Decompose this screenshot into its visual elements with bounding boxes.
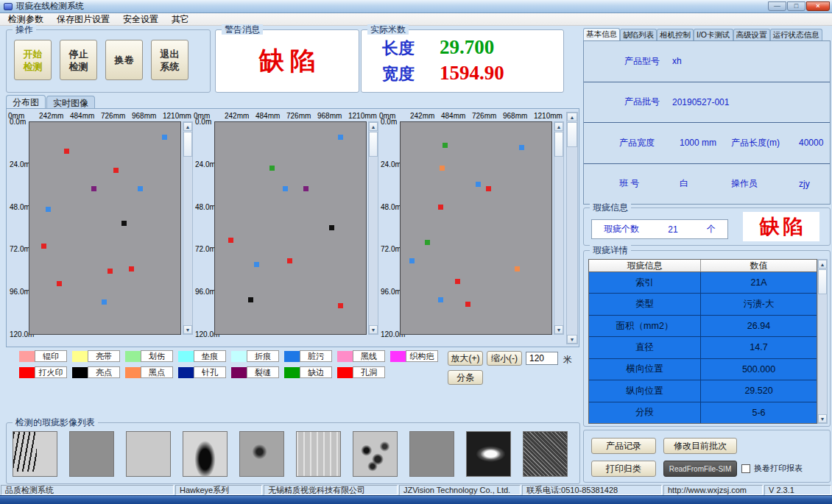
checkbox-icon[interactable] bbox=[741, 464, 750, 473]
defect-point[interactable] bbox=[107, 269, 113, 274]
defect-point[interactable] bbox=[121, 221, 127, 226]
defect-point[interactable] bbox=[438, 297, 443, 302]
defect-thumbnail[interactable] bbox=[409, 431, 454, 477]
defect-point[interactable] bbox=[409, 258, 415, 263]
operation-button[interactable]: 退出系统 bbox=[151, 40, 188, 80]
operation-button[interactable]: 换卷 bbox=[105, 40, 143, 80]
operation-button[interactable]: 停止检测 bbox=[60, 40, 97, 80]
table-row[interactable]: 面积（mm2）26.94 bbox=[589, 316, 817, 337]
scroll-down-arrow[interactable]: ▼ bbox=[567, 335, 577, 344]
scroll-thumb[interactable] bbox=[554, 132, 563, 157]
defect-point[interactable] bbox=[269, 166, 275, 171]
defect-point[interactable] bbox=[41, 244, 46, 249]
defect-point[interactable] bbox=[515, 266, 520, 271]
defect-point[interactable] bbox=[46, 207, 51, 212]
defect-thumbnail[interactable] bbox=[239, 431, 284, 477]
maximize-button[interactable]: □ bbox=[787, 1, 805, 11]
defect-point[interactable] bbox=[338, 303, 343, 308]
defect-point[interactable] bbox=[287, 258, 292, 263]
table-row[interactable]: 直径14.7 bbox=[589, 337, 817, 358]
defect-point[interactable] bbox=[254, 262, 259, 267]
defect-point[interactable] bbox=[283, 186, 288, 191]
menu-item[interactable]: 安全设置 bbox=[116, 13, 165, 26]
defect-thumbnail[interactable] bbox=[353, 431, 398, 477]
action-button[interactable]: ReadFromFile-SIM bbox=[663, 461, 737, 477]
defect-thumbnail[interactable] bbox=[13, 431, 57, 477]
defect-point[interactable] bbox=[64, 149, 69, 154]
defect-point[interactable] bbox=[303, 186, 309, 191]
defect-point[interactable] bbox=[476, 182, 481, 187]
scroll-thumb[interactable] bbox=[567, 122, 577, 147]
title-bar[interactable]: 瑕疵在线检测系统 — □ × bbox=[0, 0, 832, 13]
defect-point[interactable] bbox=[519, 145, 524, 150]
windows-taskbar[interactable] bbox=[0, 495, 832, 504]
print-report-on-roll-change-option[interactable]: 换卷打印报表 bbox=[741, 463, 803, 474]
action-button[interactable]: 修改目前批次 bbox=[663, 438, 737, 454]
defect-point[interactable] bbox=[129, 266, 134, 271]
defect-thumbnail[interactable] bbox=[296, 431, 341, 477]
defect-point[interactable] bbox=[455, 279, 460, 284]
right-tab[interactable]: 相机控制 bbox=[657, 29, 694, 40]
scroll-up-arrow[interactable]: ▲ bbox=[183, 122, 192, 131]
right-tab[interactable]: 基本信息 bbox=[583, 28, 620, 40]
zoom-in-button[interactable]: 放大(+) bbox=[448, 351, 483, 366]
defect-point[interactable] bbox=[486, 186, 491, 191]
table-scrollbar[interactable]: ▲ ▼ bbox=[817, 259, 828, 424]
view-tab[interactable]: 实时图像 bbox=[46, 96, 95, 109]
defect-point[interactable] bbox=[425, 240, 430, 245]
action-button[interactable]: 打印归类 bbox=[591, 461, 656, 477]
menu-item[interactable]: 其它 bbox=[165, 13, 196, 26]
defect-point[interactable] bbox=[138, 186, 143, 191]
panel-scrollbar[interactable]: ▲▼ bbox=[554, 121, 564, 335]
scroll-down-arrow[interactable]: ▼ bbox=[554, 325, 563, 334]
defect-thumbnail[interactable] bbox=[69, 431, 114, 477]
map-scrollbar[interactable]: ▲ ▼ bbox=[566, 112, 578, 344]
defect-point[interactable] bbox=[465, 302, 470, 307]
minimize-button[interactable]: — bbox=[768, 1, 786, 11]
panel-scrollbar[interactable]: ▲▼ bbox=[368, 121, 378, 335]
table-row[interactable]: 纵向位置29.520 bbox=[589, 380, 817, 402]
table-row[interactable]: 横向位置500.000 bbox=[589, 359, 817, 380]
right-tab[interactable]: I/O卡测试 bbox=[694, 29, 733, 40]
menu-item[interactable]: 保存图片设置 bbox=[50, 13, 116, 26]
view-tab[interactable]: 分布图 bbox=[6, 95, 46, 109]
scroll-up-arrow[interactable]: ▲ bbox=[369, 122, 378, 131]
defect-point[interactable] bbox=[113, 168, 119, 173]
action-button[interactable]: 产品记录 bbox=[591, 438, 656, 454]
split-button[interactable]: 分条 bbox=[448, 370, 483, 385]
table-row[interactable]: 索引21A bbox=[589, 272, 817, 294]
zoom-out-button[interactable]: 缩小(-) bbox=[487, 351, 522, 366]
right-tab[interactable]: 缺陷列表 bbox=[620, 29, 657, 40]
scroll-up-arrow[interactable]: ▲ bbox=[554, 122, 563, 131]
scroll-up-arrow[interactable]: ▲ bbox=[567, 113, 577, 121]
scroll-down-arrow[interactable]: ▼ bbox=[369, 325, 378, 334]
close-button[interactable]: × bbox=[806, 1, 830, 11]
defect-point[interactable] bbox=[338, 135, 343, 140]
scroll-down-arrow[interactable]: ▼ bbox=[183, 325, 192, 334]
right-tab[interactable]: 运行状态信息 bbox=[770, 29, 822, 40]
panel-scrollbar[interactable]: ▲▼ bbox=[183, 121, 193, 335]
scroll-thumb[interactable] bbox=[369, 132, 378, 157]
operation-button[interactable]: 开始检测 bbox=[14, 40, 52, 80]
defect-point[interactable] bbox=[440, 166, 445, 171]
defect-thumbnail[interactable] bbox=[466, 431, 511, 477]
defect-point[interactable] bbox=[438, 205, 443, 210]
scroll-thumb[interactable] bbox=[183, 132, 192, 157]
menu-item[interactable]: 检测参数 bbox=[1, 13, 50, 26]
scroll-down-arrow[interactable]: ▼ bbox=[818, 414, 827, 423]
scroll-thumb[interactable] bbox=[818, 269, 827, 294]
scroll-up-arrow[interactable]: ▲ bbox=[818, 260, 827, 269]
defect-point[interactable] bbox=[57, 281, 62, 286]
defect-thumbnail[interactable] bbox=[126, 431, 171, 477]
defect-point[interactable] bbox=[443, 143, 448, 148]
defect-point[interactable] bbox=[248, 297, 253, 302]
defect-point[interactable] bbox=[162, 135, 167, 140]
defect-point[interactable] bbox=[102, 299, 107, 305]
defect-thumbnail[interactable] bbox=[523, 431, 568, 477]
table-row[interactable]: 类型污渍-大 bbox=[589, 294, 817, 315]
table-row[interactable]: 分段5-6 bbox=[589, 402, 817, 423]
defect-point[interactable] bbox=[329, 225, 334, 230]
defect-point[interactable] bbox=[228, 238, 233, 243]
right-tab[interactable]: 高级设置 bbox=[733, 29, 770, 40]
defect-thumbnail[interactable] bbox=[183, 431, 228, 477]
